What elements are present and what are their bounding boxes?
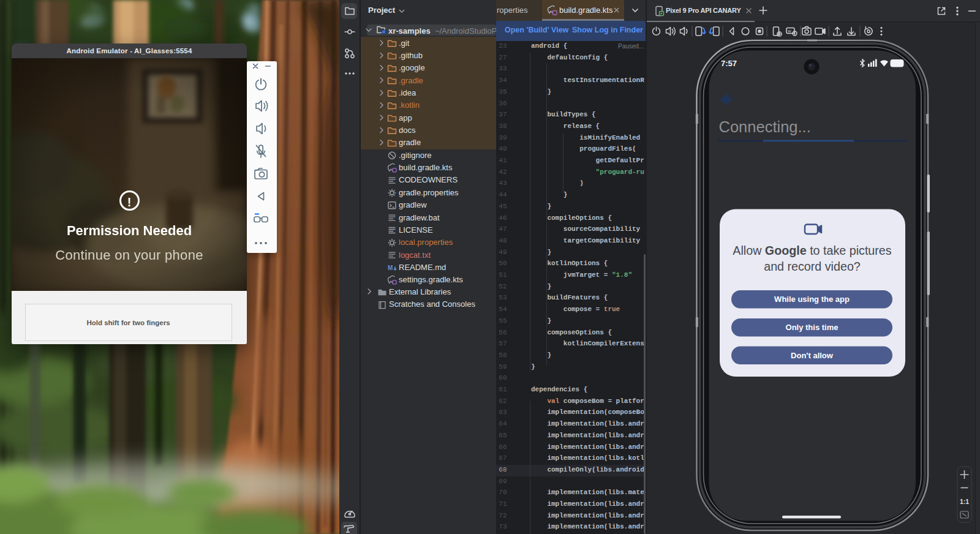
svg-text:Don't allow: Don't allow: [791, 351, 834, 360]
svg-text:1:1: 1:1: [960, 498, 969, 505]
svg-text:7:57: 7:57: [721, 59, 737, 68]
svg-text:Only this time: Only this time: [786, 323, 839, 332]
svg-text:and record video?: and record video?: [764, 260, 861, 273]
svg-text:While using the app: While using the app: [774, 295, 850, 304]
svg-text:Connecting...: Connecting...: [719, 118, 811, 135]
svg-text:Allow Google to take pictures: Allow Google to take pictures: [733, 244, 891, 257]
